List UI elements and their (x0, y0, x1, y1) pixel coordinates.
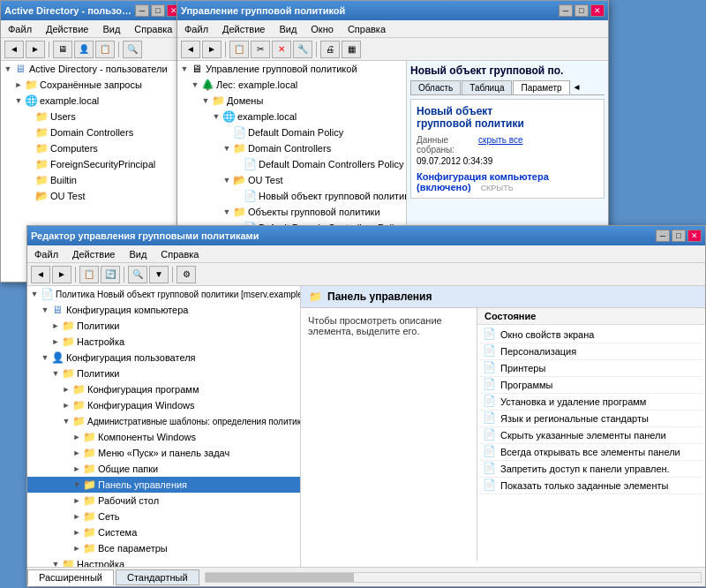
gpe-user-policies[interactable]: ▼ 📁 Политики (27, 366, 300, 381)
gpe-comp-settings[interactable]: ► 📁 Настройка (27, 334, 300, 350)
gpm-example-local[interactable]: ▼ 🌐 example.local (177, 109, 406, 124)
gpm-maximize[interactable]: □ (575, 4, 589, 17)
ad-maximize[interactable]: □ (151, 4, 165, 17)
ad-btn3[interactable]: 📋 (95, 41, 115, 58)
gpe-comp-config[interactable]: ▼ 🖥 Конфигурация компьютера (27, 302, 300, 318)
gpm-ddcp[interactable]: 📄 Default Domain Controllers Policy (177, 156, 406, 172)
gpe-user-settings[interactable]: ▼ 📁 Настройка (27, 556, 300, 567)
gpe-btn4[interactable]: ▼ (149, 266, 169, 283)
gpe-admin-templates[interactable]: ▼ 📁 Административные шаблоны: определени… (27, 413, 300, 429)
gpe-tab-standard[interactable]: Стандартный (116, 569, 199, 585)
gpm-dc-folder[interactable]: ▼ 📁 Domain Controllers (177, 140, 406, 156)
ad-btn2[interactable]: 👤 (74, 41, 94, 58)
gpe-filter-btn[interactable]: ⚙ (176, 266, 196, 283)
gpe-system[interactable]: ► 📁 Система (27, 524, 300, 540)
gpm-ou-test[interactable]: ▼ 📂 OU Test (177, 172, 406, 188)
gpe-close[interactable]: ✕ (687, 230, 702, 242)
gpe-list-item[interactable]: 📄Показать только заданные элементы (479, 478, 703, 494)
ad-users[interactable]: 📁 Users (1, 109, 184, 124)
gpm-gpo-objects[interactable]: ▼ 📁 Объекты групповой политики (177, 204, 406, 220)
gpe-network[interactable]: ► 📁 Сеть (27, 509, 300, 524)
gpe-menu-view[interactable]: Вид (125, 248, 150, 260)
gpe-comp-policies[interactable]: ► 📁 Политики (27, 318, 300, 334)
gpe-btn2[interactable]: 🔄 (101, 266, 120, 283)
gpe-all-params[interactable]: ► 📁 Все параметры (27, 540, 300, 556)
gpe-list-item[interactable]: 📄Персонализация (479, 343, 703, 360)
gpm-titlebar[interactable]: Управление групповой политикой ─ □ ✕ (177, 1, 608, 20)
ad-saved-queries[interactable]: ► 📁 Сохранённые запросы (1, 77, 184, 93)
gpe-user-config[interactable]: ▼ 👤 Конфигурация пользователя (27, 350, 300, 366)
gpe-list-item[interactable]: 📄Всегда открывать все элементы панели (479, 444, 703, 461)
gpm-tab-parametr[interactable]: Параметр (513, 80, 569, 94)
gpe-win-components[interactable]: ► 📁 Компоненты Windows (27, 429, 300, 445)
gpm-domains[interactable]: ▼ 📁 Домены (177, 93, 406, 109)
gpm-menu-help[interactable]: Справка (344, 23, 389, 35)
gpm-root[interactable]: ▼ 🖥 Управление групповой политикой (177, 61, 406, 77)
gpm-minimize[interactable]: ─ (559, 4, 573, 17)
gpe-list-item[interactable]: 📄Окно свойств экрана (479, 327, 703, 343)
ad-tree-root[interactable]: ▼ 🖥 Active Directory - пользователи (1, 61, 184, 77)
ad-menu-help[interactable]: Справка (131, 23, 176, 35)
gpm-btn3[interactable]: ✕ (272, 41, 291, 58)
gpe-list-item[interactable]: 📄Программы (479, 377, 703, 394)
gpm-menu-window[interactable]: Окно (307, 23, 337, 35)
ad-btn1[interactable]: 🖥 (53, 41, 72, 58)
gpm-new-gpo[interactable]: 📄 Новый объект групповой политики (177, 188, 406, 204)
gpe-control-panel[interactable]: ▼ 📁 Панель управления (27, 477, 300, 493)
ad-domain-controllers[interactable]: 📁 Domain Controllers (1, 124, 184, 140)
gpm-default-domain-policy[interactable]: 📄 Default Domain Policy (177, 124, 406, 140)
gpe-menu-file[interactable]: Файл (31, 248, 62, 260)
gpm-menu-action[interactable]: Действие (219, 23, 268, 35)
gpe-forward[interactable]: ► (52, 266, 71, 283)
gpe-maximize[interactable]: □ (672, 230, 686, 242)
gpe-list-item[interactable]: 📄Принтеры (479, 360, 703, 377)
ad-ou-test[interactable]: 📂 OU Test (1, 188, 184, 204)
gpm-tab-oblast[interactable]: Область (410, 80, 461, 94)
ad-fsp[interactable]: 📁 ForeignSecurityPrincipal (1, 156, 184, 172)
gpm-btn5[interactable]: 🖨 (320, 41, 340, 58)
gpe-titlebar[interactable]: Редактор управления групповыми политикам… (27, 226, 705, 245)
ad-back-btn[interactable]: ◄ (4, 41, 24, 58)
gpe-policy-root[interactable]: ▼ 📄 Политика Новый объект групповой поли… (27, 286, 300, 302)
gpe-scrollbar[interactable] (205, 572, 702, 583)
ad-btn4[interactable]: 🔍 (123, 41, 142, 58)
gpe-shared-folders[interactable]: ► 📁 Общие папки (27, 461, 300, 477)
gpm-btn1[interactable]: 📋 (229, 41, 249, 58)
gpm-hide-btn[interactable]: СКРЫТЬ (481, 184, 514, 192)
gpm-tab-arrow[interactable]: ◄ (571, 80, 583, 94)
ad-menu-action[interactable]: Действие (42, 23, 92, 35)
ad-computers[interactable]: 📁 Computers (1, 140, 184, 156)
gpm-btn4[interactable]: 🔧 (293, 41, 312, 58)
ad-example-local[interactable]: ▼ 🌐 example.local (1, 93, 184, 109)
gpm-back[interactable]: ◄ (181, 41, 200, 58)
ad-menu-file[interactable]: Файл (4, 23, 35, 35)
gpe-start-menu[interactable]: ► 📁 Меню «Пуск» и панель задач (27, 445, 300, 461)
gpe-prog-config[interactable]: ► 📁 Конфигурация программ (27, 381, 300, 397)
gpm-tab-tablica[interactable]: Таблица (462, 80, 512, 94)
gpe-btn1[interactable]: 📋 (79, 266, 99, 283)
gpm-hide-link[interactable]: скрыть все (478, 135, 522, 155)
gpm-forest[interactable]: ▼ 🌲 Лес: example.local (177, 77, 406, 93)
gpe-menu-help[interactable]: Справка (157, 248, 202, 260)
gpe-win-config[interactable]: ► 📁 Конфигурация Windows (27, 397, 300, 413)
gpe-desktop[interactable]: ► 📁 Рабочий стол (27, 493, 300, 509)
ad-titlebar[interactable]: Active Directory - пользователи и ─ □ ✕ (1, 1, 184, 20)
ad-forward-btn[interactable]: ► (26, 41, 45, 58)
gpm-forward[interactable]: ► (202, 41, 222, 58)
ad-minimize[interactable]: ─ (135, 4, 149, 17)
gpe-list-item[interactable]: 📄Язык и региональные стандарты (479, 411, 703, 427)
gpe-list-item[interactable]: 📄Запретить доступ к панели управлен. (479, 461, 703, 478)
ad-menu-view[interactable]: Вид (99, 23, 124, 35)
gpe-list-item[interactable]: 📄Установка и удаление программ (479, 394, 703, 411)
gpm-menu-view[interactable]: Вид (275, 23, 300, 35)
gpe-btn3[interactable]: 🔍 (128, 266, 147, 283)
gpe-tab-extended[interactable]: Расширенный (27, 569, 114, 585)
gpe-back[interactable]: ◄ (31, 266, 50, 283)
gpm-btn2[interactable]: ✂ (251, 41, 270, 58)
gpe-menu-action[interactable]: Действие (69, 248, 118, 260)
ad-builtin[interactable]: 📁 Builtin (1, 172, 184, 188)
gpe-list-item[interactable]: 📄Скрыть указанные элементы панели (479, 427, 703, 444)
gpm-menu-file[interactable]: Файл (181, 23, 212, 35)
gpe-minimize[interactable]: ─ (656, 230, 670, 242)
gpm-close[interactable]: ✕ (590, 4, 605, 17)
